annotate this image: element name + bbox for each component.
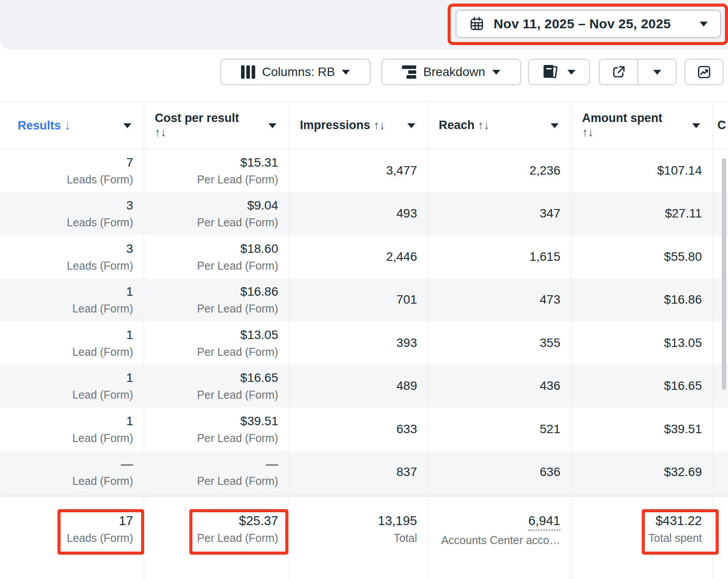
calendar-icon xyxy=(469,16,485,32)
reach-total-tooltip-value[interactable]: 6,941 xyxy=(528,513,560,531)
chevron-down-icon[interactable] xyxy=(123,123,131,128)
reach-cell: 521 xyxy=(428,408,571,451)
cost-per-result-cell: $18.60 Per Lead (Form) xyxy=(144,235,289,278)
table-row: 7 Leads (Form) $15.31 Per Lead (Form) 3,… xyxy=(0,149,728,192)
sort-updown-icon: ↑↓ xyxy=(582,126,594,139)
impressions-cell: 3,477 xyxy=(289,149,428,192)
results-cell: 3 Leads (Form) xyxy=(0,235,144,278)
empty-cell xyxy=(713,451,728,494)
metrics-table: Results ↓ Cost per result ↑↓ Impressions… xyxy=(0,102,728,494)
export-split-button[interactable] xyxy=(599,59,677,85)
results-cell: — Lead (Form) xyxy=(0,451,144,494)
totals-cost-per-result-cell: $25.37 Per Lead (Form) xyxy=(144,496,289,579)
columns-button[interactable]: Columns: RB xyxy=(220,59,371,85)
results-cell: 1 Lead (Form) xyxy=(0,408,144,451)
table-row: 1 Lead (Form) $13.05 Per Lead (Form) 393… xyxy=(0,321,728,365)
export-button[interactable] xyxy=(600,60,637,84)
impressions-cell: 837 xyxy=(289,451,428,494)
reach-cell: 436 xyxy=(428,365,571,408)
cost-per-result-cell: $9.04 Per Lead (Form) xyxy=(144,192,289,236)
results-cell: 3 Leads (Form) xyxy=(0,192,144,236)
amount-spent-cell: $39.51 xyxy=(571,408,713,451)
chevron-down-icon xyxy=(567,70,575,75)
breakdown-button[interactable]: Breakdown xyxy=(381,59,521,85)
amount-spent-cell: $32.69 xyxy=(571,451,713,494)
header-results[interactable]: Results ↓ xyxy=(0,102,144,149)
cost-per-result-cell: $16.65 Per Lead (Form) xyxy=(144,365,289,408)
sort-updown-icon: ↑↓ xyxy=(478,118,490,132)
impressions-cell: 633 xyxy=(289,408,428,451)
sort-updown-icon: ↑↓ xyxy=(155,126,166,139)
chevron-down-icon xyxy=(700,22,708,27)
cost-per-result-cell: — Per Lead (Form) xyxy=(144,451,289,494)
breakdown-icon xyxy=(402,65,416,79)
amount-spent-cell: $16.65 xyxy=(571,365,713,408)
impressions-cell: 393 xyxy=(289,321,428,365)
cost-per-result-cell: $39.51 Per Lead (Form) xyxy=(144,408,289,451)
header-amount-spent-label: Amount spent xyxy=(582,111,663,125)
impressions-cell: 2,446 xyxy=(289,235,428,278)
impressions-cell: 493 xyxy=(289,192,428,236)
results-cell: 7 Leads (Form) xyxy=(0,149,144,192)
breakdown-button-label: Breakdown xyxy=(423,65,485,79)
chevron-down-icon[interactable] xyxy=(551,123,559,128)
header-partial-label: C xyxy=(717,118,726,132)
header-reach[interactable]: Reach ↑↓ xyxy=(428,102,571,149)
amount-spent-cell: $107.14 xyxy=(571,149,713,192)
sort-descending-icon: ↓ xyxy=(64,118,71,132)
table-row: 3 Leads (Form) $18.60 Per Lead (Form) 2,… xyxy=(0,235,728,278)
amount-spent-cell: $55.80 xyxy=(571,235,713,278)
columns-button-label: Columns: RB xyxy=(262,65,335,79)
table-row: 3 Leads (Form) $9.04 Per Lead (Form) 493… xyxy=(0,192,728,236)
impressions-cell: 701 xyxy=(289,278,428,322)
results-cell: 1 Lead (Form) xyxy=(0,321,144,365)
amount-spent-cell: $27.11 xyxy=(571,192,713,236)
chevron-down-icon[interactable] xyxy=(407,123,415,128)
reach-cell: 636 xyxy=(428,451,571,494)
table-row: 1 Lead (Form) $16.65 Per Lead (Form) 489… xyxy=(0,365,728,408)
amount-spent-cell: $16.86 xyxy=(571,278,713,322)
sort-updown-icon: ↑↓ xyxy=(374,118,385,132)
impressions-cell: 489 xyxy=(289,365,428,408)
totals-results-cell: 17 Leads (Form) xyxy=(0,496,144,579)
table-body: 7 Leads (Form) $15.31 Per Lead (Form) 3,… xyxy=(0,149,728,494)
date-range-picker[interactable]: Nov 11, 2025 – Nov 25, 2025 xyxy=(456,10,721,38)
reach-cell: 1,615 xyxy=(428,235,571,278)
chevron-down-icon[interactable] xyxy=(268,123,276,128)
header-cost-per-result[interactable]: Cost per result ↑↓ xyxy=(144,102,289,149)
results-cell: 1 Lead (Form) xyxy=(0,365,144,408)
reach-cell: 355 xyxy=(428,321,571,365)
reach-cell: 2,236 xyxy=(428,149,571,192)
totals-amount-spent-cell: $431.22 Total spent xyxy=(571,496,713,579)
chart-icon xyxy=(696,64,712,80)
amount-spent-cell: $13.05 xyxy=(571,321,713,365)
table-header-row: Results ↓ Cost per result ↑↓ Impressions… xyxy=(0,102,728,149)
chevron-down-icon xyxy=(342,70,350,75)
chevron-down-icon xyxy=(653,70,661,75)
reports-button[interactable] xyxy=(528,59,590,85)
chevron-down-icon[interactable] xyxy=(692,123,700,128)
table-row: — Lead (Form) — Per Lead (Form) 837 636 … xyxy=(0,451,728,494)
header-impressions-label: Impressions xyxy=(300,118,370,132)
charts-button[interactable] xyxy=(685,59,724,85)
reports-icon xyxy=(543,64,559,80)
table-row: 1 Lead (Form) $39.51 Per Lead (Form) 633… xyxy=(0,408,728,451)
reach-cell: 473 xyxy=(428,278,571,322)
header-results-label: Results xyxy=(18,119,61,132)
reach-cell: 347 xyxy=(428,192,571,236)
header-reach-label: Reach xyxy=(439,118,475,132)
empty-cell xyxy=(713,496,728,579)
empty-cell xyxy=(713,408,728,451)
header-impressions[interactable]: Impressions ↑↓ xyxy=(289,102,428,149)
export-options-button[interactable] xyxy=(638,60,676,84)
totals-impressions-cell: 13,195 Total xyxy=(289,496,428,579)
header-partial-next-column[interactable]: C xyxy=(713,102,728,149)
vertical-scrollbar-thumb[interactable] xyxy=(722,158,726,390)
header-cost-per-result-label: Cost per result xyxy=(155,111,239,125)
header-amount-spent[interactable]: Amount spent ↑↓ xyxy=(571,102,713,149)
date-range-label: Nov 11, 2025 – Nov 25, 2025 xyxy=(494,16,671,31)
totals-reach-cell: 6,941 Accounts Center acco… xyxy=(428,496,571,579)
columns-icon xyxy=(241,65,255,79)
export-icon xyxy=(611,65,626,80)
chevron-down-icon xyxy=(492,70,500,75)
